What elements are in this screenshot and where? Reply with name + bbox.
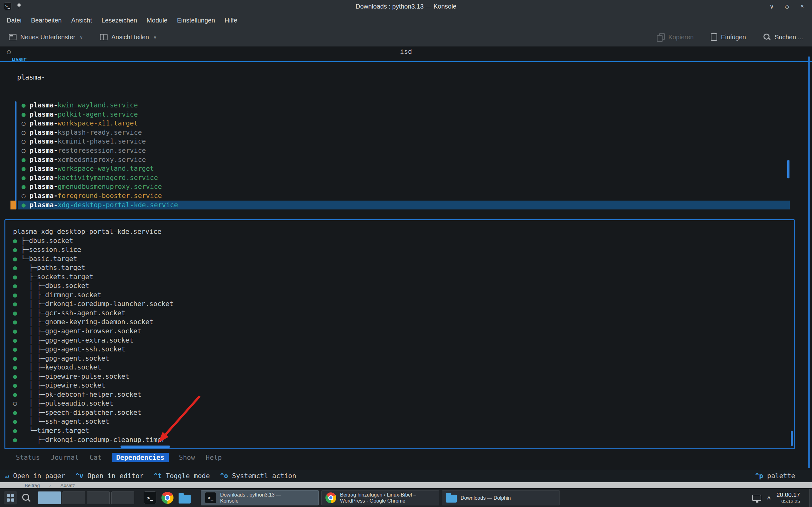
dependency-line[interactable]: ● │ ├─dbus.socket	[13, 281, 789, 291]
pager-desktop-3[interactable]	[87, 492, 110, 504]
menu-module[interactable]: Module	[142, 15, 172, 26]
dependency-line[interactable]: ● │ ├─dirmngr.socket	[13, 291, 789, 300]
dependency-line[interactable]: ● │ ├─pipewire-pulse.socket	[13, 372, 789, 381]
chrome-launcher-icon[interactable]	[161, 492, 173, 504]
dependency-line[interactable]: ● │ ├─gpg-agent-extra.socket	[13, 336, 789, 345]
paste-button[interactable]: Einfügen	[708, 31, 749, 43]
menu-bearbeiten[interactable]: Bearbeiten	[26, 15, 67, 26]
dependency-line[interactable]: ● │ ├─gpg-agent-browser.socket	[13, 327, 789, 336]
footer-hint[interactable]: ^o Systemctl action	[220, 472, 296, 480]
task-konsole[interactable]: Downloads : python3.13 —Konsole	[201, 490, 319, 505]
dependency-line[interactable]: ● ├─session.slice	[13, 245, 789, 255]
dependency-line[interactable]: ○ │ ├─pulseaudio.socket	[13, 399, 789, 408]
service-row[interactable]: ○plasma-workspace-x11.target	[18, 119, 790, 128]
menu-lesezeichen[interactable]: Lesezeichen	[97, 15, 142, 26]
dependency-line[interactable]: ● └─timers.target	[13, 426, 789, 435]
terminal-area[interactable]: ○ isd user plasma- ●plasma-kwin_wayland.…	[0, 47, 812, 482]
service-row[interactable]: ○plasma-ksplash-ready.service	[18, 128, 790, 137]
new-tab-button[interactable]: Neues Unterfenster∨	[6, 31, 86, 43]
service-row[interactable]: ●plasma-polkit-agent.service	[18, 110, 790, 119]
dependency-line[interactable]: ● │ ├─keyboxd.socket	[13, 363, 789, 372]
dependency-line[interactable]: ● ├─drkonqi-coredump-cleanup.timer	[13, 435, 789, 445]
display-tray-icon[interactable]	[752, 495, 761, 501]
service-row[interactable]: ○plasma-kcminit-phase1.service	[18, 137, 790, 146]
pager-desktop-4[interactable]	[111, 492, 134, 504]
window-maximize-button[interactable]: ◇	[783, 3, 791, 10]
services-scrollbar[interactable]	[15, 101, 16, 209]
footer-hint[interactable]: ↵ Open in pager	[5, 472, 65, 480]
dependency-line[interactable]: ● │ └─ssh-agent.socket	[13, 417, 789, 426]
tray-expand-icon[interactable]: ^	[767, 495, 771, 503]
chevron-down-icon[interactable]: ∨	[154, 35, 157, 40]
service-row[interactable]: ●plasma-xdg-desktop-portal-kde.service	[18, 201, 790, 210]
window-titlebar[interactable]: Downloads : python3.13 — Konsole ∨◇×	[0, 0, 812, 13]
chevron-down-icon[interactable]: ∨	[80, 35, 83, 40]
terminal-scrollbar[interactable]	[808, 56, 810, 468]
task-dolphin[interactable]: Downloads — Dolphin	[442, 490, 560, 505]
service-prefix: plasma-	[30, 129, 58, 136]
breadcrumb-item[interactable]: Absatz	[61, 483, 75, 488]
window-close-button[interactable]: ×	[798, 3, 806, 10]
dolphin-launcher-icon[interactable]	[179, 495, 191, 504]
paste-icon	[711, 33, 717, 41]
split-view-button[interactable]: Ansicht teilen∨	[97, 31, 159, 43]
menu-einstellungen[interactable]: Einstellungen	[172, 15, 220, 26]
dependency-text: ├─drkonqi-coredump-cleanup.timer	[17, 436, 165, 444]
section-user-tab[interactable]: user	[0, 56, 812, 62]
palette-hint[interactable]: ^p palette	[755, 472, 795, 480]
menu-ansicht[interactable]: Ansicht	[66, 15, 97, 26]
dependency-line[interactable]: ● ├─dbus.socket	[13, 236, 789, 245]
dependency-line[interactable]: ● │ ├─gnome-keyring-daemon.socket	[13, 318, 789, 327]
app-launcher-icon[interactable]	[4, 491, 17, 504]
dependency-line[interactable]: ● │ ├─pipewire.socket	[13, 381, 789, 390]
show-desktop-button[interactable]	[809, 489, 812, 507]
dependencies-hscrollbar[interactable]	[120, 446, 170, 448]
task-title-line1: Beitrag hinzufügen ‹ Linux-Bibel –	[340, 492, 416, 498]
search-button[interactable]: Suchen ...	[760, 31, 806, 43]
dependency-line[interactable]: ● │ ├─gpg-agent.socket	[13, 354, 789, 363]
menu-datei[interactable]: Datei	[2, 15, 26, 26]
service-prefix: plasma-	[30, 174, 58, 181]
dependencies-vscrollbar[interactable]	[791, 431, 793, 446]
breadcrumb-item[interactable]: Beitrag	[25, 483, 40, 488]
service-row[interactable]: ●plasma-kactivitymanagerd.service	[18, 173, 790, 182]
tab-dependencies[interactable]: Dependencies	[112, 453, 169, 462]
service-row[interactable]: ●plasma-kwin_wayland.service	[18, 101, 790, 110]
tab-journal[interactable]: Journal	[50, 453, 80, 462]
service-row[interactable]: ●plasma-workspace-wayland.target	[18, 164, 790, 173]
tab-cat[interactable]: Cat	[89, 453, 102, 462]
pin-icon[interactable]	[16, 3, 23, 10]
service-row[interactable]: ○plasma-restoresession.service	[18, 146, 790, 155]
window-minimize-button[interactable]: ∨	[768, 3, 776, 10]
unit-search-input[interactable]: plasma-	[17, 73, 45, 81]
service-row[interactable]: ○plasma-foreground-booster.service	[18, 191, 790, 201]
dependency-line[interactable]: ● ├─sockets.target	[13, 273, 789, 282]
konsole-launcher-icon[interactable]	[144, 492, 156, 504]
service-row[interactable]: ●plasma-xembedsniproxy.service	[18, 155, 790, 164]
dependency-line[interactable]: ● │ ├─pk-debconf-helper.socket	[13, 390, 789, 399]
dependencies-pane[interactable]: plasma-xdg-desktop-portal-kde.service● ├…	[4, 219, 795, 449]
tab-show[interactable]: Show	[178, 453, 196, 462]
dependency-line[interactable]: plasma-xdg-desktop-portal-kde.service	[13, 227, 789, 236]
dependency-line[interactable]: ● ├─paths.target	[13, 263, 789, 273]
task-title-line2: Konsole	[220, 498, 281, 504]
search-icon	[763, 33, 771, 41]
service-row[interactable]: ●plasma-gmenudbusmenuproxy.service	[18, 182, 790, 191]
footer-hint[interactable]: ^t Toggle mode	[154, 472, 210, 480]
task-chrome[interactable]: Beitrag hinzufügen ‹ Linux-Bibel –WordPr…	[321, 490, 439, 505]
dependency-line[interactable]: ● │ ├─gcr-ssh-agent.socket	[13, 308, 789, 318]
pager-desktop-1[interactable]	[38, 492, 61, 504]
menu-hilfe[interactable]: Hilfe	[220, 15, 242, 26]
dependency-line[interactable]: ● │ ├─speech-dispatcher.socket	[13, 408, 789, 417]
footer-hint[interactable]: ^v Open in editor	[75, 472, 144, 480]
dependency-line[interactable]: ● └─basic.target	[13, 255, 789, 264]
tab-status[interactable]: Status	[15, 453, 41, 462]
digital-clock[interactable]: 20:00:17 05.12.25	[776, 492, 800, 504]
search-icon[interactable]	[21, 493, 31, 503]
dependency-line[interactable]: ● │ ├─gpg-agent-ssh.socket	[13, 345, 789, 354]
service-prefix: plasma-	[30, 165, 58, 172]
tab-help[interactable]: Help	[205, 453, 223, 462]
pager-desktop-2[interactable]	[62, 492, 85, 504]
services-scrollbar-thumb[interactable]	[787, 160, 790, 178]
dependency-line[interactable]: ● │ ├─drkonqi-coredump-launcher.socket	[13, 299, 789, 308]
